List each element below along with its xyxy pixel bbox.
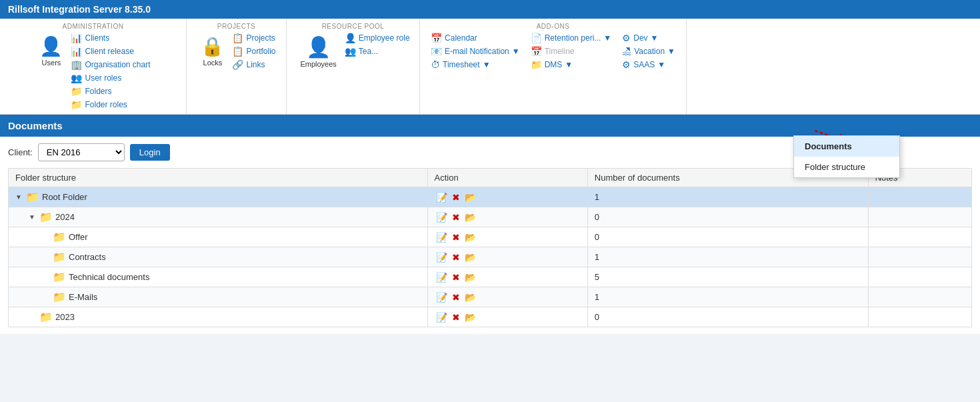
nav-users-button[interactable]: 👤 Users: [35, 33, 67, 69]
projects-links: 📋 Projects 📋 Portfolio 🔗 Links: [232, 33, 275, 70]
notes-cell: [868, 187, 971, 207]
folder-cell: 📁 Offer: [9, 227, 428, 247]
action-cell: 📝 ✖ 📂: [427, 247, 587, 267]
delete-action[interactable]: ✖: [451, 211, 461, 223]
saas-link[interactable]: ⚙ SAAS ▼: [622, 59, 675, 70]
action-cell: 📝 ✖ 📂: [427, 227, 587, 247]
toggle-icon[interactable]: ▼: [29, 213, 37, 221]
projects-link[interactable]: 📋 Projects: [232, 33, 275, 43]
projects-section-title: PROJECTS: [217, 23, 255, 30]
dms-link[interactable]: 📁 DMS ▼: [531, 59, 612, 70]
dev-link[interactable]: ⚙ Dev ▼: [622, 33, 675, 43]
addons-section-title: ADD-ONS: [537, 23, 570, 30]
dms-icon: 📁: [531, 59, 542, 70]
delete-action[interactable]: ✖: [451, 291, 461, 303]
action-cell: 📝 ✖ 📂: [427, 187, 587, 207]
delete-action[interactable]: ✖: [451, 191, 461, 203]
dropdown-documents[interactable]: Documents: [794, 136, 899, 157]
dev-dropdown-icon: ▼: [651, 33, 659, 43]
table-row: ▼ 📁 2024 📝 ✖ 📂 0: [9, 207, 972, 227]
table-row: 📁 E-Mails 📝 ✖ 📂 1: [9, 287, 972, 307]
timesheet-link[interactable]: ⏱ Timesheet ▼: [431, 59, 520, 70]
move-action[interactable]: 📂: [463, 231, 477, 243]
folder-icon: 📁: [53, 291, 66, 303]
org-chart-icon: 🏢: [71, 59, 82, 70]
addons-col2: 📄 Retention peri... ▼ 📅 Timeline 📁 DMS ▼: [531, 33, 612, 70]
edit-action[interactable]: 📝: [435, 191, 449, 203]
delete-action[interactable]: ✖: [451, 231, 461, 243]
locks-label: Locks: [203, 59, 223, 67]
calendar-link[interactable]: 📅 Calendar: [431, 33, 520, 43]
links-label: Links: [246, 60, 265, 69]
move-action[interactable]: 📂: [463, 271, 477, 283]
action-cell: 📝 ✖ 📂: [427, 287, 587, 307]
delete-action[interactable]: ✖: [451, 251, 461, 263]
user-roles-link[interactable]: 👥 User roles: [71, 73, 150, 83]
docs-count-cell: 0: [587, 227, 868, 247]
folder-icon: 📁: [39, 211, 53, 223]
vacation-label: Vacation: [634, 47, 665, 56]
portfolio-link[interactable]: 📋 Portfolio: [232, 46, 275, 57]
move-action[interactable]: 📂: [463, 311, 477, 323]
nav-locks-button[interactable]: 🔒 Locks: [197, 33, 228, 69]
resourcepool-content: 👤 Employees 👤 Employee role 👥 Tea...: [296, 33, 409, 71]
edit-action[interactable]: 📝: [435, 291, 449, 303]
folder-name: Technical documents: [69, 272, 149, 282]
retention-icon: 📄: [531, 33, 542, 43]
col-folder-structure: Folder structure: [9, 169, 428, 187]
timeline-icon: 📅: [531, 46, 542, 57]
retention-label: Retention peri...: [545, 33, 601, 43]
organisation-chart-link[interactable]: 🏢 Organisation chart: [71, 59, 150, 70]
delete-action[interactable]: ✖: [451, 311, 461, 323]
dropdown-folder-structure[interactable]: Folder structure: [794, 157, 899, 177]
client-select[interactable]: EN 2016: [38, 143, 125, 161]
nav-employees-button[interactable]: 👤 Employees: [296, 33, 340, 71]
email-notification-link[interactable]: 📧 E-mail Notification ▼: [431, 46, 520, 57]
folder-cell: 📁 2023: [9, 307, 428, 327]
nav-section-projects: PROJECTS 🔒 Locks 📋 Projects 📋 Portfolio …: [187, 19, 287, 114]
delete-action[interactable]: ✖: [451, 271, 461, 283]
folder-icon: 📁: [53, 231, 66, 243]
toggle-icon[interactable]: ▼: [15, 193, 23, 201]
email-dropdown-icon: ▼: [512, 47, 520, 56]
timeline-link[interactable]: 📅 Timeline: [531, 46, 612, 57]
edit-action[interactable]: 📝: [435, 271, 449, 283]
app-title: Rillsoft Integration Server 8.35.0: [8, 4, 151, 15]
calendar-icon: 📅: [431, 33, 442, 43]
folders-link[interactable]: 📁 Folders: [71, 86, 150, 97]
login-button[interactable]: Login: [130, 144, 170, 161]
folder-table: Folder structure Action Number of docume…: [8, 168, 972, 327]
saas-label: SAAS: [633, 60, 655, 69]
portfolio-label: Portfolio: [246, 47, 275, 56]
move-action[interactable]: 📂: [463, 191, 477, 203]
clients-link[interactable]: 📊 Clients: [71, 33, 150, 43]
nav-section-resourcepool: RESOURCE POOL 👤 Employees 👤 Employee rol…: [287, 19, 420, 114]
links-link[interactable]: 🔗 Links: [232, 59, 275, 70]
move-action[interactable]: 📂: [463, 211, 477, 223]
employee-role-link[interactable]: 👤 Employee role: [345, 33, 410, 43]
teams-link[interactable]: 👥 Tea...: [345, 46, 410, 57]
docs-count-cell: 0: [587, 207, 868, 227]
folder-cell: 📁 Technical documents: [9, 267, 428, 287]
folder-roles-link[interactable]: 📁 Folder roles: [71, 99, 150, 110]
employees-label: Employees: [300, 60, 336, 68]
edit-action[interactable]: 📝: [435, 311, 449, 323]
lock-icon: 🔒: [201, 35, 224, 57]
move-action[interactable]: 📂: [463, 251, 477, 263]
client-release-link[interactable]: 📊 Client release: [71, 46, 150, 57]
email-icon: 📧: [431, 46, 442, 57]
table-row: 📁 Contracts 📝 ✖ 📂 1: [9, 247, 972, 267]
edit-action[interactable]: 📝: [435, 251, 449, 263]
retention-link[interactable]: 📄 Retention peri... ▼: [531, 33, 612, 43]
action-cell: 📝 ✖ 📂: [427, 207, 587, 227]
notes-cell: [868, 247, 971, 267]
vacation-link[interactable]: 🏖 Vacation ▼: [622, 46, 675, 57]
docs-count-cell: 5: [587, 267, 868, 287]
admin-links: 📊 Clients 📊 Client release 🏢 Organisatio…: [71, 33, 150, 110]
employee-role-label: Employee role: [359, 33, 410, 43]
edit-action[interactable]: 📝: [435, 231, 449, 243]
folder-icon: 📁: [53, 251, 66, 263]
edit-action[interactable]: 📝: [435, 211, 449, 223]
col-action: Action: [427, 169, 587, 187]
move-action[interactable]: 📂: [463, 291, 477, 303]
